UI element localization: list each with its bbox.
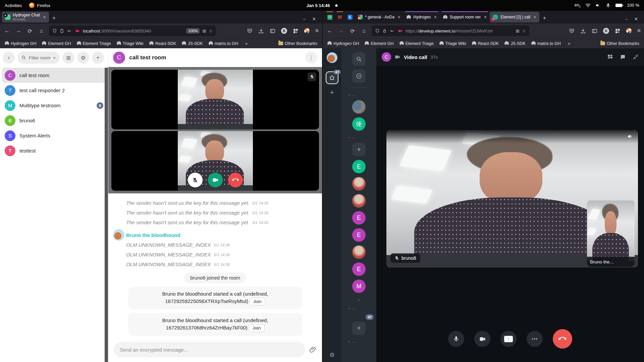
camera-toggle-button[interactable] bbox=[208, 173, 223, 187]
forward-button[interactable]: → bbox=[337, 28, 345, 34]
back-button[interactable]: ← bbox=[3, 28, 11, 34]
room-avatar-photo[interactable] bbox=[352, 100, 366, 114]
permissions-key-icon[interactable] bbox=[389, 29, 395, 33]
message-input[interactable]: Send an encrypted message... bbox=[114, 342, 305, 357]
clock[interactable]: Jan 5 14:46 bbox=[306, 3, 330, 8]
tab-close-icon[interactable]: ✕ bbox=[484, 15, 487, 19]
room-avatar[interactable]: E bbox=[352, 211, 366, 225]
collapse-icon[interactable] bbox=[633, 54, 639, 60]
room-item-call-test-room[interactable]: C call test room bbox=[2, 68, 106, 83]
tab-element-call[interactable]: 2 Element [2] | call ✕ bbox=[490, 12, 539, 22]
url-bar[interactable]: localhost:3000/#/session/63655340 100% ⊞… bbox=[49, 25, 216, 36]
room-options-kebab-icon[interactable]: ⋮ bbox=[305, 52, 317, 64]
tab-slack-general[interactable]: * general - AnDa ✕ bbox=[355, 12, 404, 22]
lock-icon[interactable] bbox=[382, 28, 387, 33]
bookmark-item[interactable]: Triage Wiki bbox=[439, 41, 466, 46]
sender-name[interactable]: Bruno the bloodhound bbox=[126, 232, 180, 238]
hangup-button[interactable] bbox=[553, 329, 572, 349]
activities-button[interactable]: Activities bbox=[5, 3, 22, 8]
keyboard-layout-indicator[interactable]: en1 bbox=[575, 3, 581, 8]
microphone-icon[interactable] bbox=[605, 3, 611, 8]
show-more-chevron[interactable]: ⌄ bbox=[357, 297, 361, 302]
join-call-button[interactable]: Join bbox=[249, 324, 265, 332]
tab-close-icon[interactable]: ✕ bbox=[397, 15, 400, 19]
app-menu-icon[interactable]: ≡ bbox=[315, 27, 319, 34]
pip-self-video[interactable]: Bruno the… bbox=[587, 200, 635, 267]
mic-button[interactable] bbox=[448, 331, 464, 347]
firefox-appmenu[interactable]: Firefox bbox=[29, 3, 50, 8]
tab-close-icon[interactable]: ✕ bbox=[533, 15, 536, 19]
sidebar-toggle-icon[interactable] bbox=[270, 28, 275, 34]
bookmark-item[interactable]: Element Triage bbox=[399, 41, 434, 46]
shield-icon[interactable] bbox=[375, 28, 380, 33]
pinned-tab-sheets[interactable] bbox=[325, 12, 335, 22]
other-bookmarks-folder[interactable]: Other Bookmarks bbox=[278, 41, 317, 46]
room-item-system-alerts[interactable]: S System Alerts bbox=[2, 128, 106, 143]
section-collapse[interactable]: ⌄… bbox=[341, 92, 356, 97]
layout-grid-icon[interactable] bbox=[607, 54, 613, 60]
room-avatar[interactable]: M bbox=[352, 280, 366, 293]
tab-hydrogen-chat[interactable]: Hydrogen Chat PLAYING ✕ bbox=[2, 12, 49, 22]
app-menu-icon[interactable]: ≡ bbox=[637, 27, 641, 34]
tab-support-room[interactable]: Support room ver ✕ bbox=[440, 12, 490, 22]
battery-icon[interactable] bbox=[615, 4, 622, 7]
reload-button[interactable]: ⟳ bbox=[26, 28, 34, 34]
mute-mic-button[interactable] bbox=[188, 173, 203, 187]
add-room-button[interactable]: + bbox=[352, 321, 366, 335]
extension-animal-icon[interactable] bbox=[626, 28, 632, 34]
downloads-icon[interactable] bbox=[258, 28, 264, 34]
create-room-button[interactable]: + bbox=[92, 52, 104, 64]
clear-filter-icon[interactable]: × bbox=[53, 55, 56, 60]
room-item-testtest[interactable]: T testtest bbox=[2, 143, 106, 158]
speaker-video-tile[interactable]: bruno8 Bruno the… bbox=[386, 130, 638, 267]
more-options-button[interactable] bbox=[527, 331, 543, 347]
extension-animal-icon[interactable] bbox=[304, 28, 310, 34]
new-tab-button[interactable]: + bbox=[539, 15, 549, 23]
bookmark-item[interactable]: Element Triage bbox=[77, 41, 111, 46]
filter-rooms-input[interactable]: Filter rooms. × bbox=[17, 52, 60, 64]
back-button[interactable]: ← bbox=[326, 28, 333, 34]
room-avatar[interactable]: C bbox=[382, 52, 391, 62]
url-bar[interactable]: https://develop.element.io/#/room/!ZUWvF… bbox=[372, 25, 529, 36]
pinned-tab-gmail[interactable]: M bbox=[335, 12, 345, 22]
sidebar-scrollbar[interactable] bbox=[105, 68, 108, 362]
volume-icon[interactable] bbox=[595, 3, 601, 8]
home-button[interactable]: ⌂ bbox=[360, 28, 368, 34]
extensions-puzzle-icon[interactable] bbox=[293, 28, 299, 34]
room-avatar-photo[interactable] bbox=[352, 177, 366, 190]
other-bookmarks-folder[interactable]: Other Bookmarks bbox=[600, 41, 639, 46]
bookmark-item[interactable]: Hydrogen GH bbox=[327, 41, 359, 46]
tab-close-icon[interactable]: ✕ bbox=[43, 15, 46, 19]
window-minimize-button[interactable]: – bbox=[625, 16, 628, 21]
camera-button[interactable] bbox=[474, 331, 490, 347]
room-avatar[interactable]: C bbox=[113, 52, 125, 64]
new-tab-button[interactable]: + bbox=[49, 15, 59, 23]
window-minimize-button[interactable]: – bbox=[303, 16, 306, 21]
call-video-tile-remote[interactable] bbox=[111, 70, 319, 129]
message-timeline[interactable]: The sender hasn't sent us the key for th… bbox=[108, 193, 322, 341]
home-space-button[interactable]: 47 bbox=[326, 71, 338, 84]
search-button[interactable] bbox=[352, 52, 366, 66]
pinned-tab-calendar[interactable]: 5 bbox=[345, 12, 355, 22]
room-item-test-call-responder[interactable]: T test call responder 2 bbox=[2, 83, 106, 98]
room-avatar[interactable]: 使 bbox=[352, 117, 366, 131]
call-video-tile-local[interactable] bbox=[111, 131, 319, 191]
home-button[interactable]: ⌂ bbox=[38, 28, 45, 34]
hangup-button[interactable] bbox=[228, 173, 243, 187]
window-close-button[interactable]: ✕ bbox=[312, 16, 316, 21]
shield-icon[interactable] bbox=[52, 28, 57, 33]
zoom-level-badge[interactable]: 100% bbox=[186, 28, 200, 34]
room-avatar-photo[interactable] bbox=[352, 245, 366, 259]
screen-share-button[interactable]: ↑ bbox=[500, 331, 517, 347]
sender-avatar[interactable] bbox=[113, 229, 124, 241]
extension-icon[interactable]: ⊞ bbox=[202, 28, 206, 34]
sidebar-toggle-icon[interactable] bbox=[592, 28, 597, 34]
room-avatar[interactable]: E bbox=[352, 262, 366, 276]
bookmark-item[interactable]: matrix.to GH bbox=[209, 41, 238, 46]
quick-settings-gear-icon[interactable]: ⚙ bbox=[329, 351, 335, 359]
chat-bubble-icon[interactable] bbox=[620, 54, 626, 60]
bookmark-item[interactable]: JS-SDK bbox=[504, 41, 525, 46]
pocket-icon[interactable] bbox=[569, 28, 575, 34]
bookmark-item[interactable]: Hydrogen GH bbox=[5, 41, 36, 46]
add-room-button[interactable]: + bbox=[352, 143, 366, 156]
